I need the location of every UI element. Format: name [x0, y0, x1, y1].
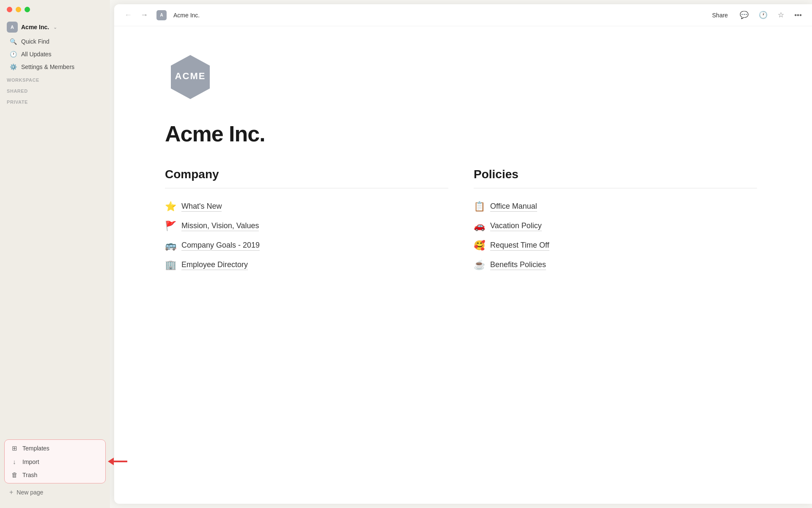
- mission-name: Mission, Vision, Values: [181, 221, 259, 231]
- chevron-down-icon: ⌄: [53, 25, 57, 30]
- main-window: ← → A Acme Inc. Share 💬 🕐 ☆ ••• ACME Acm…: [114, 4, 812, 504]
- private-section-label: PRIVATE: [0, 95, 110, 106]
- vacation-policy-name: Vacation Policy: [490, 221, 542, 231]
- svg-text:ACME: ACME: [175, 71, 206, 81]
- forward-button[interactable]: →: [139, 9, 150, 21]
- sidebar: A Acme Inc. ⌄ 🔍 Quick Find 🕐 All Updates…: [0, 0, 110, 508]
- request-time-off-name: Request Time Off: [490, 241, 549, 251]
- company-section-title: Company: [165, 168, 448, 181]
- company-divider: [165, 188, 448, 188]
- employee-directory-emoji: 🏢: [165, 260, 176, 271]
- clock-icon: 🕐: [9, 51, 17, 58]
- titlebar: ← → A Acme Inc. Share 💬 🕐 ☆ •••: [114, 4, 812, 26]
- policies-divider: [474, 188, 757, 188]
- sidebar-item-import[interactable]: ↓ Import: [5, 455, 105, 468]
- sidebar-item-trash[interactable]: 🗑 Trash: [5, 468, 105, 481]
- whats-new-emoji: ⭐: [165, 201, 176, 212]
- import-icon: ↓: [11, 458, 18, 465]
- office-manual-emoji: 📋: [474, 201, 485, 212]
- templates-label: Templates: [22, 445, 49, 452]
- settings-label: Settings & Members: [21, 64, 74, 70]
- templates-icon: ⊞: [11, 444, 18, 452]
- search-icon: 🔍: [9, 38, 17, 45]
- titlebar-actions: Share 💬 🕐 ☆ •••: [709, 9, 804, 21]
- doc-link-benefits-policies[interactable]: ☕ Benefits Policies: [474, 255, 757, 275]
- all-updates-label: All Updates: [21, 51, 52, 58]
- sidebar-item-settings[interactable]: ⚙️ Settings & Members: [3, 61, 107, 73]
- doc-link-mission[interactable]: 🚩 Mission, Vision, Values: [165, 216, 448, 236]
- nav-controls: ← → A Acme Inc.: [123, 9, 200, 21]
- sidebar-item-all-updates[interactable]: 🕐 All Updates: [3, 48, 107, 60]
- request-time-off-emoji: 🥰: [474, 240, 485, 251]
- office-manual-name: Office Manual: [490, 202, 537, 212]
- content-grid: Company ⭐ What's New 🚩 Mission, Vision, …: [165, 168, 757, 275]
- policies-section-title: Policies: [474, 168, 757, 181]
- favorite-icon[interactable]: ☆: [776, 9, 786, 21]
- comment-icon[interactable]: 💬: [738, 9, 750, 21]
- benefits-policies-emoji: ☕: [474, 260, 485, 271]
- minimize-button[interactable]: [16, 7, 21, 12]
- back-button[interactable]: ←: [123, 9, 134, 21]
- settings-icon: ⚙️: [9, 64, 17, 70]
- maximize-button[interactable]: [25, 7, 30, 12]
- doc-link-office-manual[interactable]: 📋 Office Manual: [474, 197, 757, 216]
- acme-logo: ACME: [165, 52, 216, 102]
- workspace-name: Acme Inc.: [21, 24, 49, 30]
- workspace-header[interactable]: A Acme Inc. ⌄: [0, 19, 110, 35]
- sidebar-item-templates[interactable]: ⊞ Templates: [5, 442, 105, 455]
- acme-logo-container: ACME: [165, 52, 761, 104]
- plus-icon: +: [9, 489, 13, 496]
- trash-label: Trash: [22, 472, 37, 478]
- history-icon[interactable]: 🕐: [757, 9, 769, 21]
- window-controls: [0, 7, 110, 19]
- new-page-label: New page: [16, 489, 43, 496]
- breadcrumb-title: Acme Inc.: [173, 12, 200, 19]
- sidebar-item-quick-find[interactable]: 🔍 Quick Find: [3, 36, 107, 47]
- doc-link-company-goals[interactable]: 🚌 Company Goals - 2019: [165, 236, 448, 255]
- employee-directory-name: Employee Directory: [181, 260, 248, 270]
- company-goals-name: Company Goals - 2019: [181, 241, 260, 251]
- doc-link-request-time-off[interactable]: 🥰 Request Time Off: [474, 236, 757, 255]
- arrow-body: [114, 461, 127, 462]
- arrow-head: [108, 458, 114, 465]
- share-button[interactable]: Share: [709, 10, 731, 20]
- mission-emoji: 🚩: [165, 221, 176, 232]
- benefits-policies-name: Benefits Policies: [490, 260, 546, 270]
- close-button[interactable]: [7, 7, 12, 12]
- breadcrumb-icon: A: [156, 10, 167, 20]
- company-goals-emoji: 🚌: [165, 240, 176, 251]
- import-label: Import: [22, 458, 39, 465]
- sidebar-bottom: ⊞ Templates ↓ Import 🗑 Trash + New page: [0, 438, 110, 508]
- trash-icon: 🗑: [11, 471, 18, 478]
- new-page-button[interactable]: + New page: [3, 485, 107, 500]
- more-icon[interactable]: •••: [793, 9, 804, 21]
- content-area: ACME Acme Inc. Company ⭐ What's New 🚩 Mi…: [114, 26, 812, 504]
- arrow-indicator: [108, 458, 127, 465]
- doc-link-employee-directory[interactable]: 🏢 Employee Directory: [165, 255, 448, 275]
- page-title: Acme Inc.: [165, 121, 761, 146]
- company-section: Company ⭐ What's New 🚩 Mission, Vision, …: [165, 168, 448, 275]
- doc-link-vacation-policy[interactable]: 🚗 Vacation Policy: [474, 216, 757, 236]
- workspace-section-label: WORKSPACE: [0, 73, 110, 84]
- whats-new-name: What's New: [181, 202, 222, 212]
- doc-link-whats-new[interactable]: ⭐ What's New: [165, 197, 448, 216]
- shared-section-label: SHARED: [0, 84, 110, 95]
- policies-section: Policies 📋 Office Manual 🚗 Vacation Poli…: [474, 168, 757, 275]
- sidebar-highlighted-group: ⊞ Templates ↓ Import 🗑 Trash: [4, 439, 106, 483]
- quick-find-label: Quick Find: [21, 38, 49, 45]
- workspace-icon: A: [7, 22, 18, 33]
- vacation-policy-emoji: 🚗: [474, 221, 485, 232]
